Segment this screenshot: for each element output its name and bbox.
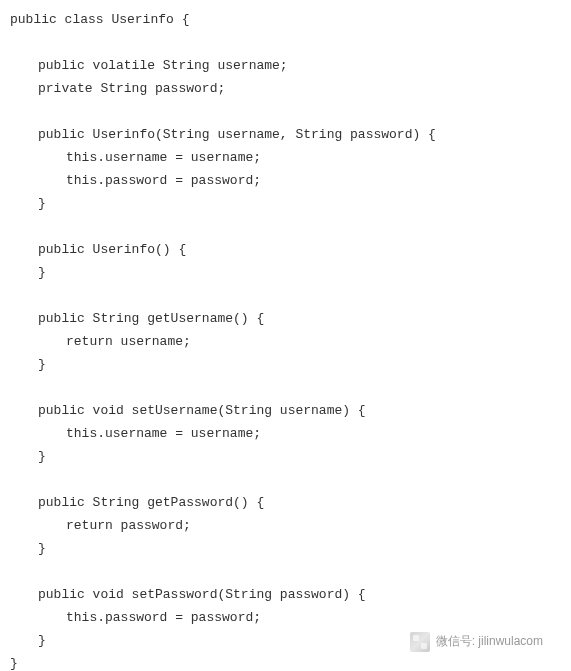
code-line: } [10,445,571,468]
watermark-text: 微信号: jilinwulacom [436,630,543,653]
code-line: this.username = username; [10,146,571,169]
code-line [10,468,571,491]
code-line: public String getUsername() { [10,307,571,330]
code-block: public class Userinfo { public volatile … [10,8,571,671]
code-line [10,100,571,123]
code-line [10,376,571,399]
code-line [10,31,571,54]
code-line: private String password; [10,77,571,100]
code-line: public class Userinfo { [10,8,571,31]
code-line: public Userinfo() { [10,238,571,261]
code-line [10,215,571,238]
watermark: 微信号: jilinwulacom [410,630,543,653]
code-line: this.password = password; [10,169,571,192]
code-line: this.username = username; [10,422,571,445]
code-line: this.password = password; [10,606,571,629]
code-line: return password; [10,514,571,537]
code-line: } [10,353,571,376]
code-line: public Userinfo(String username, String … [10,123,571,146]
code-line: } [10,537,571,560]
wechat-icon [410,632,430,652]
code-line [10,560,571,583]
code-line: public void setUsername(String username)… [10,399,571,422]
code-line: public String getPassword() { [10,491,571,514]
code-line: public void setPassword(String password)… [10,583,571,606]
code-line: public volatile String username; [10,54,571,77]
code-line: } [10,192,571,215]
code-line: return username; [10,330,571,353]
code-line [10,284,571,307]
code-line: } [10,652,571,671]
code-line: } [10,261,571,284]
